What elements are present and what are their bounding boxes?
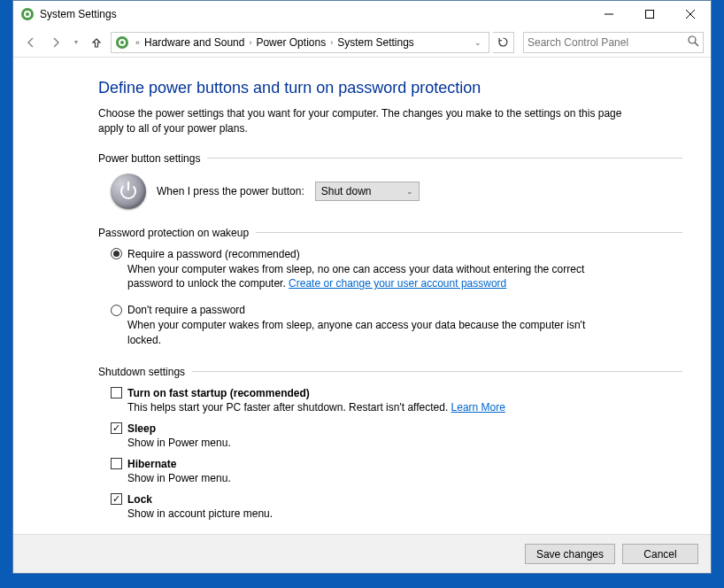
window-controls	[589, 1, 711, 27]
forward-button[interactable]	[45, 32, 66, 53]
minimize-button[interactable]	[589, 1, 629, 27]
radio-description: When your computer wakes from sleep, no …	[111, 262, 615, 292]
breadcrumb-overflow-icon[interactable]: «	[135, 38, 140, 47]
svg-rect-4	[646, 11, 654, 19]
power-button-label: When I press the power button:	[157, 185, 304, 197]
search-box[interactable]	[523, 32, 704, 53]
search-icon[interactable]	[688, 35, 699, 50]
chevron-right-icon: ›	[330, 38, 333, 47]
recent-dropdown-icon[interactable]: ▾	[70, 32, 82, 53]
section-password-protection: Password protection on wakeup Require a …	[98, 227, 682, 348]
svg-line-11	[695, 43, 698, 46]
checkbox-description: Show in account picture menu.	[111, 507, 682, 520]
checkbox-input[interactable]	[111, 422, 122, 434]
page-title: Define power buttons and turn on passwor…	[98, 79, 682, 97]
content-area: Define power buttons and turn on passwor…	[13, 58, 711, 534]
divider	[192, 371, 682, 372]
window-title: System Settings	[40, 8, 117, 20]
radio-input[interactable]	[111, 305, 122, 316]
refresh-button[interactable]	[493, 32, 514, 53]
checkbox-label: Hibernate	[127, 458, 176, 470]
svg-point-10	[689, 36, 696, 43]
radio-label: Require a password (recommended)	[127, 248, 300, 260]
breadcrumb-dropdown-icon[interactable]: ⌄	[469, 38, 487, 47]
checkbox-input[interactable]	[111, 458, 122, 469]
divider	[256, 232, 682, 233]
breadcrumb-part-system[interactable]: System Settings	[335, 36, 416, 49]
checkbox-label: Turn on fast startup (recommended)	[127, 387, 310, 399]
checkbox-hibernate[interactable]: Hibernate Show in Power menu.	[111, 458, 682, 484]
save-changes-button[interactable]: Save changes	[525, 544, 615, 564]
system-settings-window: System Settings ▾ « Hardware and Sound ›…	[12, 0, 712, 574]
chevron-right-icon: ›	[249, 38, 251, 47]
radio-require-password[interactable]: Require a password (recommended) When yo…	[111, 248, 682, 292]
breadcrumb[interactable]: « Hardware and Sound › Power Options › S…	[111, 32, 489, 53]
up-button[interactable]	[86, 32, 107, 53]
titlebar: System Settings	[13, 1, 711, 27]
nav-toolbar: ▾ « Hardware and Sound › Power Options ›…	[13, 27, 711, 58]
back-button[interactable]	[20, 32, 42, 53]
checkbox-description: This helps start your PC faster after sh…	[111, 401, 682, 414]
dialog-footer: Save changes Cancel	[13, 534, 711, 573]
svg-point-2	[26, 12, 29, 16]
dropdown-selected-value: Shut down	[321, 185, 372, 197]
checkbox-input[interactable]	[111, 387, 122, 398]
divider	[207, 158, 682, 159]
section-heading: Power button settings	[98, 152, 200, 165]
control-panel-icon	[20, 7, 35, 21]
checkbox-description: Show in Power menu.	[111, 437, 682, 449]
radio-dont-require-password[interactable]: Don't require a password When your compu…	[111, 304, 682, 348]
breadcrumb-part-hardware[interactable]: Hardware and Sound	[142, 36, 246, 49]
svg-point-9	[120, 41, 124, 44]
learn-more-link[interactable]: Learn More	[451, 401, 505, 414]
radio-description: When your computer wakes from sleep, any…	[111, 318, 615, 348]
maximize-button[interactable]	[629, 1, 670, 27]
search-input[interactable]	[528, 36, 688, 49]
checkbox-description: Show in Power menu.	[111, 472, 682, 484]
checkbox-label: Lock	[127, 493, 152, 506]
page-description: Choose the power settings that you want …	[98, 106, 647, 136]
section-shutdown-settings: Shutdown settings Turn on fast startup (…	[98, 366, 682, 520]
cancel-button[interactable]: Cancel	[622, 544, 698, 564]
power-icon	[111, 174, 146, 209]
breadcrumb-part-power[interactable]: Power Options	[254, 36, 327, 49]
radio-label: Don't require a password	[127, 304, 245, 316]
checkbox-input[interactable]	[111, 493, 122, 505]
power-button-action-dropdown[interactable]: Shut down ⌄	[315, 182, 420, 201]
section-heading: Password protection on wakeup	[98, 227, 249, 239]
chevron-down-icon: ⌄	[406, 187, 413, 196]
checkbox-fast-startup[interactable]: Turn on fast startup (recommended) This …	[111, 387, 682, 414]
checkbox-label: Sleep	[127, 422, 156, 435]
checkbox-sleep[interactable]: Sleep Show in Power menu.	[111, 422, 682, 449]
create-password-link[interactable]: Create or change your user account passw…	[289, 277, 506, 290]
section-heading: Shutdown settings	[98, 366, 185, 378]
checkbox-lock[interactable]: Lock Show in account picture menu.	[111, 493, 682, 520]
control-panel-icon	[115, 35, 129, 50]
section-power-button-settings: Power button settings When I press the p…	[98, 152, 682, 209]
close-button[interactable]	[670, 1, 711, 27]
radio-input[interactable]	[111, 248, 122, 259]
